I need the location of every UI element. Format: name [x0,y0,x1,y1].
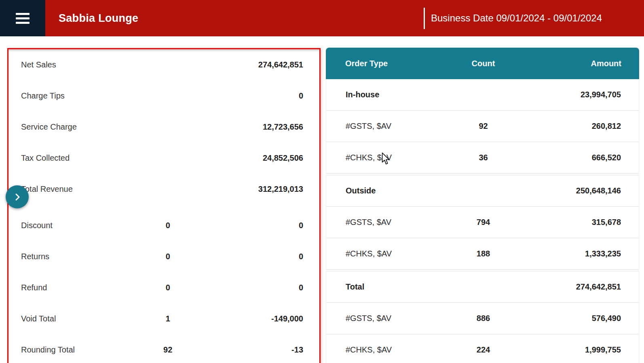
summary-section-adjustments: Discount 0 0 Returns 0 0 Refund 0 0 Void… [21,210,303,363]
summary-count: 0 [148,252,188,261]
menu-button[interactable] [0,0,45,36]
order-type-name: Outside [346,186,455,195]
summary-row: Charge Tips 0 [21,80,303,111]
summary-count: 0 [148,283,188,292]
summary-label: Void Total [21,314,148,323]
table-row: In-house 23,994,705 [326,79,639,111]
summary-amount: -149,000 [188,314,303,323]
metric-count: 36 [455,153,512,162]
table-row: #GSTS, $AV 92 260,812 [326,111,639,142]
summary-section-revenue: Net Sales 274,642,851 Charge Tips 0 Serv… [21,49,303,205]
metric-count: 92 [455,122,512,131]
metric-label: #GSTS, $AV [346,218,455,227]
summary-amount: 0 [188,252,303,261]
header-right: Business Date 09/01/2024 - 09/01/2024 [424,0,602,36]
table-row: #GSTS, $AV 886 576,490 [326,303,639,334]
order-type-table: Order Type Count Amount In-house 23,994,… [326,48,639,363]
page-title: Sabbia Lounge [59,12,138,25]
metric-count: 188 [455,249,512,258]
metric-count: 224 [455,345,512,355]
summary-row: Refund 0 0 [21,272,303,303]
metric-amount: 1,999,755 [512,345,621,355]
table-group-in-house: In-house 23,994,705 #GSTS, $AV 92 260,81… [326,79,639,174]
summary-label: Discount [21,221,148,230]
table-row: Total 274,642,851 [326,271,639,303]
metric-amount: 576,490 [512,314,621,323]
summary-label: Total Revenue [21,185,148,194]
summary-row: Rounding Total 92 -13 [21,334,303,363]
metric-amount: 315,678 [512,218,621,227]
order-type-name: In-house [346,90,455,99]
summary-amount: 0 [188,91,303,101]
business-date-label[interactable]: Business Date 09/01/2024 - 09/01/2024 [431,13,602,24]
table-group-outside: Outside 250,648,146 #GSTS, $AV 794 315,6… [326,175,639,270]
order-type-amount: 274,642,851 [512,282,621,292]
order-type-amount: 23,994,705 [512,90,621,99]
app-header: Sabbia Lounge Business Date 09/01/2024 -… [0,0,644,36]
summary-row: Returns 0 0 [21,241,303,272]
summary-amount: 24,852,506 [188,153,303,163]
summary-label: Charge Tips [21,91,148,101]
metric-label: #CHKS, $AV [346,153,455,162]
metric-amount: 1,333,235 [512,249,621,258]
chevron-right-icon [13,193,22,201]
column-header-order-type: Order Type [345,59,455,68]
summary-amount: -13 [188,345,303,355]
summary-row: Discount 0 0 [21,210,303,241]
table-row: #CHKS, $AV 36 666,520 [326,142,639,174]
summary-label: Service Charge [21,122,148,132]
table-row: Outside 250,648,146 [326,175,639,207]
summary-label: Tax Collected [21,153,148,163]
summary-label: Net Sales [21,60,148,69]
metric-label: #GSTS, $AV [346,122,455,131]
expand-panel-button[interactable] [6,185,29,208]
summary-row: Net Sales 274,642,851 [21,49,303,80]
metric-count: 794 [455,218,512,227]
summary-amount: 0 [188,283,303,292]
summary-label: Rounding Total [21,345,148,355]
table-group-total: Total 274,642,851 #GSTS, $AV 886 576,490… [326,271,639,363]
summary-amount: 274,642,851 [188,60,303,69]
summary-row: Tax Collected 24,852,506 [21,143,303,174]
summary-row: Service Charge 12,723,656 [21,111,303,143]
header-divider [424,8,425,29]
summary-amount: 12,723,656 [188,122,303,132]
sales-summary-panel: Net Sales 274,642,851 Charge Tips 0 Serv… [7,48,321,363]
metric-count: 886 [455,314,512,323]
summary-count: 0 [148,221,188,230]
summary-row: Total Revenue 312,219,013 [21,174,303,205]
table-row: #CHKS, $AV 224 1,999,755 [326,334,639,363]
metric-label: #CHKS, $AV [346,345,455,355]
order-type-name: Total [346,282,455,292]
order-type-amount: 250,648,146 [512,186,621,195]
summary-label: Returns [21,252,148,261]
column-header-count: Count [455,59,512,68]
table-row: #CHKS, $AV 188 1,333,235 [326,238,639,270]
summary-row: Void Total 1 -149,000 [21,303,303,334]
hamburger-menu-icon [16,10,30,26]
summary-count: 1 [148,314,188,323]
table-header: Order Type Count Amount [326,48,639,79]
metric-label: #GSTS, $AV [346,314,455,323]
column-header-amount: Amount [512,59,622,68]
table-row: #GSTS, $AV 794 315,678 [326,207,639,238]
summary-amount: 312,219,013 [188,185,303,194]
metric-label: #CHKS, $AV [346,249,455,258]
summary-amount: 0 [188,221,303,230]
metric-amount: 666,520 [512,153,621,162]
summary-label: Refund [21,283,148,292]
metric-amount: 260,812 [512,122,621,131]
summary-count: 92 [148,345,188,355]
